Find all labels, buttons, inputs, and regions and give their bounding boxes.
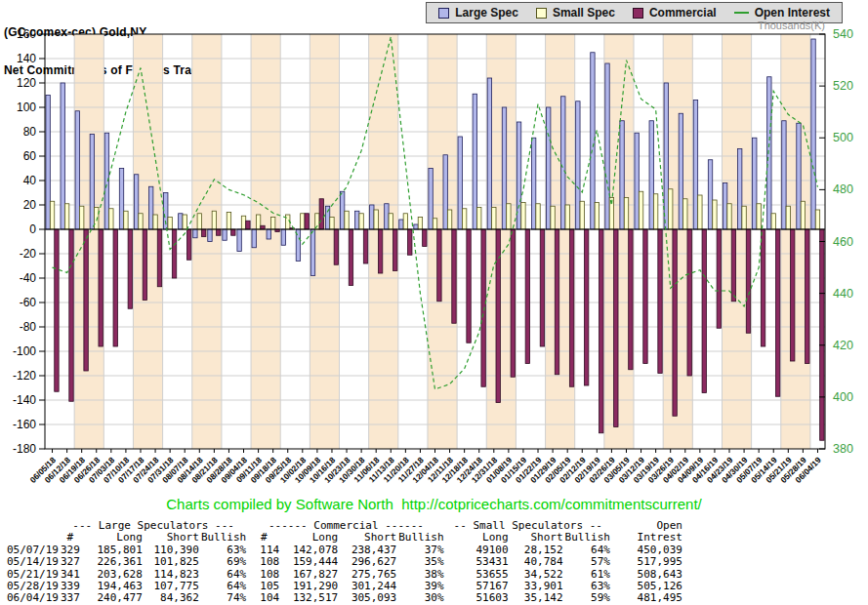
bar — [576, 101, 580, 229]
bar — [467, 229, 471, 343]
bar — [128, 229, 132, 308]
table-group-header — [5, 520, 61, 532]
bar — [227, 213, 230, 230]
bar — [429, 169, 433, 230]
bar — [46, 96, 50, 230]
bar — [791, 229, 795, 361]
bar — [635, 133, 639, 229]
right-axis-unit-label: Thousands(K) — [758, 20, 825, 31]
bar — [702, 229, 706, 393]
table-cell: 305,093 — [340, 592, 398, 604]
bar — [172, 229, 176, 278]
bar — [507, 204, 511, 229]
bar — [767, 77, 771, 229]
bar — [113, 229, 117, 346]
table-column-header: # — [248, 532, 281, 544]
bar — [399, 220, 403, 229]
bar — [99, 229, 103, 346]
bar — [437, 229, 441, 302]
bar — [418, 218, 422, 230]
bar — [820, 229, 824, 440]
bar — [643, 229, 647, 364]
table-column-header: Long — [82, 532, 145, 544]
bar — [753, 138, 757, 229]
bar — [614, 229, 618, 427]
left-axis-label: 60 — [23, 149, 37, 163]
bar — [139, 214, 143, 229]
bar — [168, 218, 172, 230]
bar — [584, 229, 588, 385]
bar — [208, 229, 212, 242]
bar — [797, 123, 801, 229]
left-axis-label: 120 — [17, 76, 36, 90]
table-cell: 132,517 — [281, 592, 340, 604]
bar — [50, 201, 54, 229]
table-column-header: Bullish — [398, 532, 445, 544]
bar — [731, 229, 735, 302]
bar — [157, 229, 161, 287]
bar — [496, 229, 500, 403]
bar — [649, 121, 653, 229]
left-axis-label: -100 — [13, 344, 36, 358]
bar — [403, 214, 407, 229]
table-cell: 337 — [61, 592, 82, 604]
bar — [330, 218, 334, 230]
table-column-header: # — [61, 532, 82, 544]
bar — [153, 215, 157, 229]
bar — [79, 206, 83, 229]
table-column-header: Short — [340, 532, 398, 544]
bar — [540, 229, 544, 346]
bar — [443, 155, 447, 229]
bar — [370, 205, 374, 229]
bar — [815, 210, 819, 229]
bar — [708, 160, 712, 229]
bar — [477, 208, 481, 230]
table-column-header: Long — [446, 532, 511, 544]
left-axis-label: -20 — [20, 247, 37, 261]
table-row: 05/14/19327226,361101,82569%108159,44429… — [5, 556, 684, 568]
bar — [212, 211, 216, 229]
table-cell: 84,362 — [145, 592, 201, 604]
bar — [310, 229, 314, 276]
bar — [511, 229, 515, 377]
bar — [742, 206, 746, 229]
table-column-header: Bullish — [201, 532, 248, 544]
bar — [525, 229, 529, 364]
bar — [565, 205, 569, 229]
bar — [717, 229, 721, 328]
bar — [462, 209, 466, 229]
left-axis: 160140120100806040200-20-40-60-80-100-12… — [13, 27, 45, 456]
bar — [591, 53, 595, 229]
bar — [679, 113, 682, 229]
bar — [186, 229, 190, 260]
bar — [340, 191, 344, 229]
bar — [723, 183, 726, 230]
bar — [653, 194, 657, 229]
left-axis-label: -180 — [13, 442, 36, 456]
cot-chart-page: (GC,comex-cec) Gold,NY Net Commitments o… — [0, 0, 868, 605]
table-cell: 517,995 — [612, 556, 684, 568]
left-axis-label: -80 — [20, 320, 37, 334]
bar — [447, 210, 451, 229]
left-axis-label: -60 — [20, 296, 37, 309]
table-column-header: Long — [281, 532, 340, 544]
bar — [197, 214, 201, 229]
left-axis-label: -160 — [13, 418, 36, 431]
table-cell: 296,627 — [340, 556, 398, 568]
bar — [393, 229, 396, 271]
bar — [629, 229, 633, 370]
bar — [124, 211, 128, 229]
bar — [95, 208, 99, 230]
bar — [231, 229, 235, 235]
bar — [473, 94, 476, 229]
table-cell: 481,495 — [612, 592, 684, 604]
table-cell: 51603 — [446, 592, 511, 604]
table-cell: 59% — [565, 592, 612, 604]
table-cell: 74% — [201, 592, 248, 604]
bar — [547, 107, 551, 229]
cot-chart-canvas: 160140120100806040200-20-40-60-80-100-12… — [0, 0, 868, 493]
bar — [786, 206, 790, 229]
table-cell: 06/04/19 — [5, 592, 61, 604]
table-cell: 101,825 — [145, 556, 201, 568]
table-column-header: Short — [145, 532, 201, 544]
